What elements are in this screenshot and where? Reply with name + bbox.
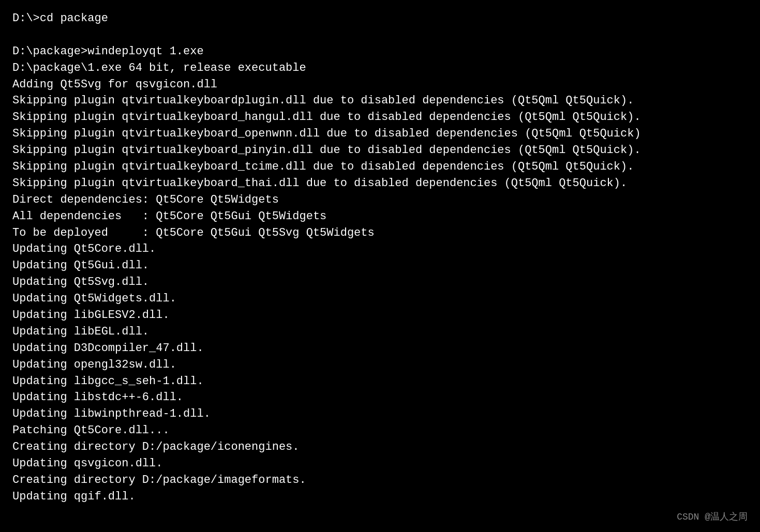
terminal-output: D:\>cd package D:\package>windeployqt 1.… (12, 10, 748, 505)
watermark: CSDN @温人之周 (677, 510, 748, 523)
